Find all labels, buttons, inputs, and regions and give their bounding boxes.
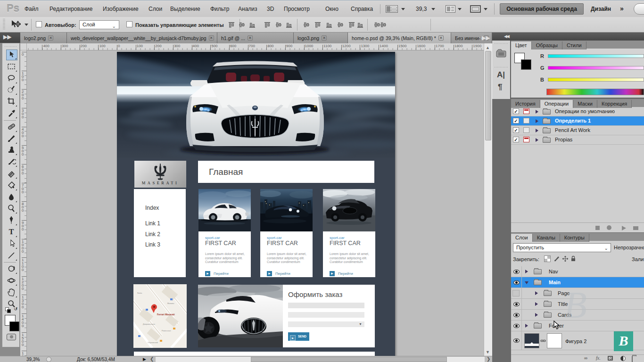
svg-text:Ferrari Maserati: Ferrari Maserati [157,313,175,316]
svg-text:Обуховской: Обуховской [148,341,158,344]
svg-text:Мозжва: Мозжва [167,302,174,304]
svg-text:Sonia: Sonia [137,292,142,294]
svg-text:Дзержинского: Дзержинского [143,323,156,325]
svg-text:T: T [9,228,14,236]
svg-text:Ровенская: Ровенская [162,329,171,332]
svg-text:MASERATI: MASERATI [142,181,179,185]
